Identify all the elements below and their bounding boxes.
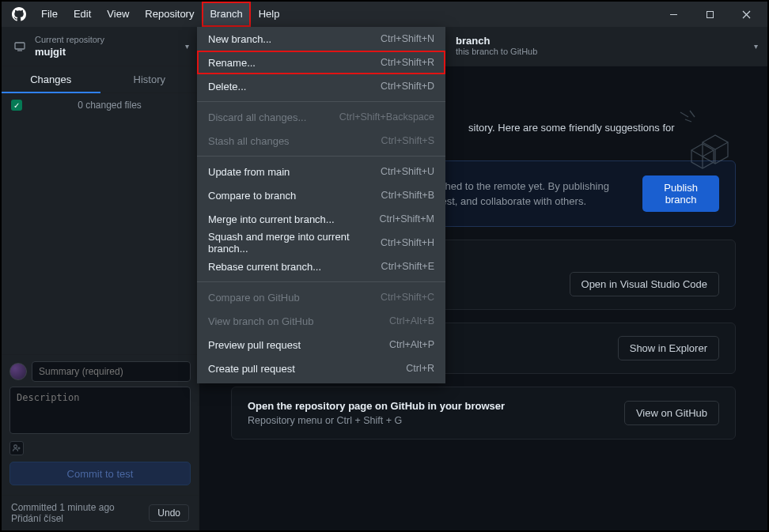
- menu-edit[interactable]: Edit: [66, 2, 99, 27]
- branch-menu-item-label: Update from main: [208, 166, 290, 178]
- branch-menu-item-shortcut: Ctrl+Shift+N: [381, 33, 434, 44]
- branch-menu-dropdown: New branch...Ctrl+Shift+NRename...Ctrl+S…: [197, 27, 445, 383]
- branch-menu-item-label: Discard all changes...: [208, 111, 306, 123]
- sidebar: Changes History ✓ 0 changed files Commit…: [2, 66, 199, 530]
- branch-menu-item[interactable]: Update from mainCtrl+Shift+U: [197, 160, 445, 183]
- show-in-explorer-button[interactable]: Show in Explorer: [618, 336, 719, 360]
- commit-box: Commit to test: [2, 354, 199, 495]
- branch-menu-item-label: Rebase current branch...: [208, 261, 321, 273]
- menubar: File Edit View Repository Branch Help: [2, 2, 767, 27]
- current-repo-selector[interactable]: Current repository mujgit ▾: [2, 27, 199, 66]
- view-on-github-button[interactable]: View on GitHub: [624, 401, 719, 425]
- select-all-checkbox[interactable]: ✓: [11, 100, 22, 111]
- branch-menu-item-label: Squash and merge into current branch...: [208, 231, 381, 255]
- branch-menu-item: Stash all changesCtrl+Shift+S: [197, 129, 445, 153]
- branch-menu-item[interactable]: Squash and merge into current branch...C…: [197, 231, 445, 255]
- publish-panel-text: blished to the remote yet. By publishing…: [430, 179, 642, 209]
- last-commit-message: Přidání čísel: [11, 513, 115, 524]
- chevron-down-icon: ▾: [185, 42, 189, 51]
- svg-rect-1: [706, 11, 713, 17]
- branch-menu-item[interactable]: Delete...Ctrl+Shift+D: [197, 74, 445, 98]
- branch-menu-item-label: Merge into current branch...: [208, 213, 335, 225]
- branch-menu-item-shortcut: Ctrl+Shift+S: [381, 135, 434, 146]
- branch-menu-item-shortcut: Ctrl+Shift+C: [381, 292, 434, 303]
- branch-menu-item-shortcut: Ctrl+Alt+P: [389, 339, 434, 350]
- menu-file[interactable]: File: [33, 2, 66, 27]
- tab-history[interactable]: History: [100, 66, 199, 93]
- branch-menu-item: View branch on GitHubCtrl+Alt+B: [197, 309, 445, 333]
- card-view-on-github-sub: Repository menu or Ctrl + Shift + G: [248, 415, 624, 426]
- current-repo-label: Current repository: [35, 35, 104, 45]
- card-view-on-github-title: Open the repository page on GitHub in yo…: [248, 400, 624, 412]
- branch-menu-item[interactable]: New branch...Ctrl+Shift+N: [197, 27, 445, 51]
- window-maximize-button[interactable]: [691, 2, 728, 27]
- undo-button[interactable]: Undo: [149, 504, 189, 522]
- branch-menu-item[interactable]: Merge into current branch...Ctrl+Shift+M: [197, 207, 445, 231]
- svg-rect-4: [15, 43, 25, 49]
- branch-menu-item[interactable]: Compare to branchCtrl+Shift+B: [197, 183, 445, 207]
- branch-menu-item-label: Create pull request: [208, 363, 295, 375]
- commit-summary-input[interactable]: [32, 361, 191, 382]
- add-coauthor-button[interactable]: [9, 441, 24, 455]
- changed-files-header: ✓ 0 changed files: [2, 93, 199, 117]
- commit-description-input[interactable]: [9, 387, 191, 434]
- branch-menu-item-shortcut: Ctrl+Shift+B: [381, 190, 434, 201]
- svg-point-6: [14, 445, 17, 448]
- branch-menu-item[interactable]: Preview pull requestCtrl+Alt+P: [197, 333, 445, 357]
- publish-branch-header[interactable]: branch this branch to GitHub ▾: [445, 27, 767, 66]
- branch-menu-item-shortcut: Ctrl+Shift+H: [381, 237, 434, 248]
- branch-menu-item-shortcut: Ctrl+Shift+R: [381, 57, 434, 68]
- card-view-on-github: Open the repository page on GitHub in yo…: [231, 387, 736, 440]
- decoration-boxes-icon: [676, 108, 739, 171]
- menu-help[interactable]: Help: [251, 2, 288, 27]
- sidebar-tabs: Changes History: [2, 66, 199, 93]
- current-repo-value: mujgit: [35, 46, 104, 58]
- branch-menu-item-label: Compare on GitHub: [208, 292, 300, 304]
- github-logo-icon: [9, 5, 28, 24]
- menu-branch[interactable]: Branch: [202, 2, 250, 27]
- branch-menu-item-label: Rename...: [208, 57, 256, 69]
- last-commit-time: Committed 1 minute ago: [11, 502, 115, 513]
- branch-menu-item[interactable]: Rename...Ctrl+Shift+R: [197, 51, 445, 74]
- computer-icon: [13, 40, 27, 53]
- publish-branch-header-title: branch: [456, 35, 537, 47]
- branch-menu-item-label: Stash all changes: [208, 135, 290, 147]
- branch-menu-item: Discard all changes...Ctrl+Shift+Backspa…: [197, 105, 445, 129]
- branch-menu-item-label: New branch...: [208, 33, 271, 45]
- commit-button[interactable]: Commit to test: [9, 462, 191, 485]
- window-close-button[interactable]: [728, 2, 764, 27]
- window-controls: [655, 2, 764, 27]
- branch-menu-item-label: Compare to branch: [208, 190, 296, 202]
- branch-menu-item-shortcut: Ctrl+R: [406, 363, 434, 374]
- branch-menu-item[interactable]: Create pull requestCtrl+R: [197, 357, 445, 380]
- branch-menu-item-shortcut: Ctrl+Shift+U: [381, 166, 434, 177]
- branch-menu-item[interactable]: Rebase current branch...Ctrl+Shift+E: [197, 255, 445, 278]
- branch-menu-item-shortcut: Ctrl+Alt+B: [389, 315, 434, 326]
- branch-menu-item-label: View branch on GitHub: [208, 315, 313, 327]
- menu-repository[interactable]: Repository: [137, 2, 202, 27]
- window-minimize-button[interactable]: [655, 2, 691, 27]
- publish-branch-button[interactable]: Publish branch: [642, 175, 719, 212]
- chevron-down-icon: ▾: [754, 42, 758, 51]
- menu-view[interactable]: View: [99, 2, 137, 27]
- branch-menu-item: Compare on GitHubCtrl+Shift+C: [197, 285, 445, 309]
- open-in-vscode-button[interactable]: Open in Visual Studio Code: [570, 272, 719, 296]
- branch-menu-item-label: Delete...: [208, 81, 246, 92]
- tab-changes[interactable]: Changes: [2, 66, 100, 93]
- branch-menu-item-shortcut: Ctrl+Shift+D: [381, 81, 434, 92]
- last-commit-row: Committed 1 minute ago Přidání čísel Und…: [2, 495, 199, 530]
- publish-branch-header-sub: this branch to GitHub: [456, 47, 537, 57]
- branch-menu-item-label: Preview pull request: [208, 339, 301, 351]
- changed-files-count: 0 changed files: [78, 100, 142, 111]
- branch-menu-item-shortcut: Ctrl+Shift+M: [380, 213, 434, 224]
- branch-menu-item-shortcut: Ctrl+Shift+Backspace: [339, 111, 434, 123]
- avatar: [9, 363, 27, 380]
- branch-menu-item-shortcut: Ctrl+Shift+E: [381, 261, 434, 272]
